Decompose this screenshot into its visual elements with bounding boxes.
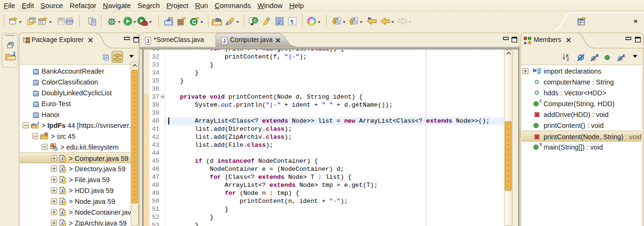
svg-text:J: J <box>223 38 226 44</box>
svg-text:¶: ¶ <box>290 18 294 25</box>
svg-text:J: J <box>12 51 15 57</box>
svg-text:J: J <box>167 17 170 22</box>
svg-text:C: C <box>192 19 197 25</box>
svg-text:z: z <box>567 57 569 61</box>
svg-text:J: J <box>147 38 149 44</box>
svg-text:C: C <box>254 18 257 23</box>
svg-text:J: J <box>37 121 39 126</box>
